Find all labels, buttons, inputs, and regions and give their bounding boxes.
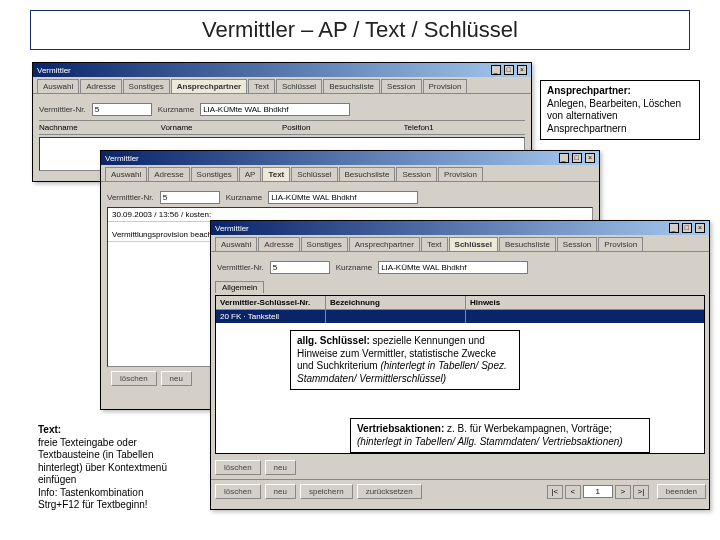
callout-text: Text: freie Texteingabe oder Textbaustei… [32, 420, 192, 516]
vermittler-input[interactable] [160, 191, 220, 204]
neu2-button[interactable]: neu [265, 484, 296, 499]
kurzname-input[interactable] [378, 261, 528, 274]
kurzname-label: Kurzname [336, 263, 372, 272]
kurzname-label: Kurzname [158, 105, 194, 114]
tab-schluessel[interactable]: Schlüssel [291, 167, 337, 181]
tab-sonstiges[interactable]: Sonstiges [191, 167, 238, 181]
record-pager: |< < > >| beenden [544, 480, 709, 503]
speichern-button[interactable]: speichern [300, 484, 353, 499]
tab-sonstiges[interactable]: Sonstiges [123, 79, 170, 93]
tab-schluessel[interactable]: Schlüssel [276, 79, 322, 93]
callout-ansprechpartner: Ansprechpartner: Anlegen, Bearbeiten, Lö… [540, 80, 700, 140]
pager-prev-icon[interactable]: < [565, 485, 581, 499]
kurzname-input[interactable] [200, 103, 350, 116]
col-telefon: Telefon1 [404, 123, 526, 132]
callout-ap-title: Ansprechpartner: [547, 85, 631, 96]
col-nachname: Nachname [39, 123, 161, 132]
tab-besuchsliste[interactable]: Besuchsliste [323, 79, 380, 93]
slide-title: Vermittler – AP / Text / Schlüssel [30, 10, 690, 50]
kurzname-label: Kurzname [226, 193, 262, 202]
vermittler-label: Vermittler-Nr. [217, 263, 264, 272]
callout-va-italic: (hinterlegt in Tabellen/ Allg. Stammdate… [357, 436, 623, 447]
cell-schluessel: 20 FK · Tankstell [216, 310, 326, 323]
tab-text[interactable]: Text [262, 167, 290, 181]
titlebar[interactable]: Vermittler _ □ × [101, 151, 599, 165]
pager-next-icon[interactable]: > [615, 485, 631, 499]
col-schluessel-nr: Vermittler-Schlüssel-Nr. [216, 296, 326, 309]
callout-txt-title: Text: [38, 424, 61, 435]
neu-button[interactable]: neu [265, 460, 296, 475]
maximize-icon[interactable]: □ [682, 223, 692, 233]
beenden-button[interactable]: beenden [657, 484, 706, 499]
vermittler-input[interactable] [92, 103, 152, 116]
grid-header: Vermittler-Schlüssel-Nr. Bezeichnung Hin… [216, 296, 704, 310]
loeschen-button[interactable]: löschen [111, 371, 157, 386]
loeschen-button[interactable]: löschen [215, 460, 261, 475]
callout-vertriebsaktionen: Vertriebsaktionen: z. B. für Werbekampag… [350, 418, 650, 453]
tab-besuchsliste[interactable]: Besuchsliste [339, 167, 396, 181]
tab-auswahl[interactable]: Auswahl [215, 237, 257, 251]
subtab-allgemein[interactable]: Allgemein [215, 281, 264, 293]
col-bezeichnung: Bezeichnung [326, 296, 466, 309]
tab-strip: Auswahl Adresse Sonstiges AP Text Schlüs… [101, 165, 599, 182]
close-icon[interactable]: × [695, 223, 705, 233]
titlebar[interactable]: Vermittler _ □ × [33, 63, 531, 77]
tab-text[interactable]: Text [248, 79, 275, 93]
tab-besuchsliste[interactable]: Besuchsliste [499, 237, 556, 251]
tab-adresse[interactable]: Adresse [258, 237, 299, 251]
col-hinweis: Hinweis [466, 296, 704, 309]
table-row[interactable]: 20 FK · Tankstell [216, 310, 704, 323]
close-icon[interactable]: × [517, 65, 527, 75]
loeschen2-button[interactable]: löschen [215, 484, 261, 499]
callout-ap-body: Anlegen, Bearbeiten, Löschen von alterna… [547, 98, 681, 134]
callout-sch-lead: allg. Schlüssel: [297, 335, 370, 346]
tab-ansprechpartner[interactable]: Ansprechpartner [171, 79, 247, 93]
tab-ansprechpartner[interactable]: Ansprechpartner [349, 237, 420, 251]
pager-last-icon[interactable]: >| [633, 485, 649, 499]
col-position: Position [282, 123, 404, 132]
minimize-icon[interactable]: _ [559, 153, 569, 163]
titlebar[interactable]: Vermittler _ □ × [211, 221, 709, 235]
kurzname-input[interactable] [268, 191, 418, 204]
vermittler-input[interactable] [270, 261, 330, 274]
tab-session[interactable]: Session [381, 79, 421, 93]
callout-va-lead: Vertriebsaktionen: [357, 423, 444, 434]
cell-hinweis [466, 310, 704, 323]
maximize-icon[interactable]: □ [504, 65, 514, 75]
callout-txt-body: freie Texteingabe oder Textbausteine (in… [38, 437, 167, 511]
close-icon[interactable]: × [585, 153, 595, 163]
window-title: Vermittler [105, 154, 139, 163]
vermittler-label: Vermittler-Nr. [107, 193, 154, 202]
tab-ap-short[interactable]: AP [239, 167, 262, 181]
tab-text[interactable]: Text [421, 237, 448, 251]
tab-schluessel[interactable]: Schlüssel [449, 237, 498, 251]
maximize-icon[interactable]: □ [572, 153, 582, 163]
tab-provision[interactable]: Provision [438, 167, 483, 181]
tab-adresse[interactable]: Adresse [80, 79, 121, 93]
tab-session[interactable]: Session [396, 167, 436, 181]
pager-first-icon[interactable]: |< [547, 485, 563, 499]
vermittler-label: Vermittler-Nr. [39, 105, 86, 114]
tab-auswahl[interactable]: Auswahl [105, 167, 147, 181]
tab-auswahl[interactable]: Auswahl [37, 79, 79, 93]
tab-strip: Auswahl Adresse Sonstiges Ansprechpartne… [211, 235, 709, 252]
col-vorname: Vorname [161, 123, 283, 132]
pager-value[interactable] [583, 485, 613, 498]
tab-provision[interactable]: Provision [423, 79, 468, 93]
tab-adresse[interactable]: Adresse [148, 167, 189, 181]
minimize-icon[interactable]: _ [491, 65, 501, 75]
zuruecksetzen-button[interactable]: zurücksetzen [357, 484, 422, 499]
tab-provision[interactable]: Provision [598, 237, 643, 251]
callout-va-body: z. B. für Werbekampagnen, Vorträge; [444, 423, 612, 434]
tab-sonstiges[interactable]: Sonstiges [301, 237, 348, 251]
tab-session[interactable]: Session [557, 237, 597, 251]
callout-schluessel: allg. Schlüssel: spezielle Kennungen und… [290, 330, 520, 390]
neu-button[interactable]: neu [161, 371, 192, 386]
cell-bezeichnung [326, 310, 466, 323]
window-title: Vermittler [215, 224, 249, 233]
window-title: Vermittler [37, 66, 71, 75]
tab-strip: Auswahl Adresse Sonstiges Ansprechpartne… [33, 77, 531, 94]
minimize-icon[interactable]: _ [669, 223, 679, 233]
ap-column-headers: Nachname Vorname Position Telefon1 [39, 120, 525, 135]
